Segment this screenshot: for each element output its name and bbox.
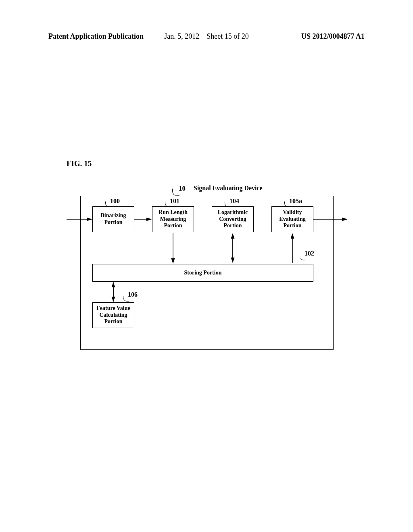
header-pubnum: US 2012/0004877 A1 (301, 32, 365, 41)
header-publication: Patent Application Publication (48, 32, 144, 41)
header-date: Jan. 5, 2012 (164, 32, 199, 40)
arrows-svg (67, 181, 349, 351)
header-sheet: Sheet 15 of 20 (206, 32, 248, 40)
diagram: 10 Signal Evaluating Device 100 101 104 … (67, 181, 349, 351)
header-center: Jan. 5, 2012 Sheet 15 of 20 (164, 32, 248, 41)
figure-label: FIG. 15 (67, 159, 92, 168)
